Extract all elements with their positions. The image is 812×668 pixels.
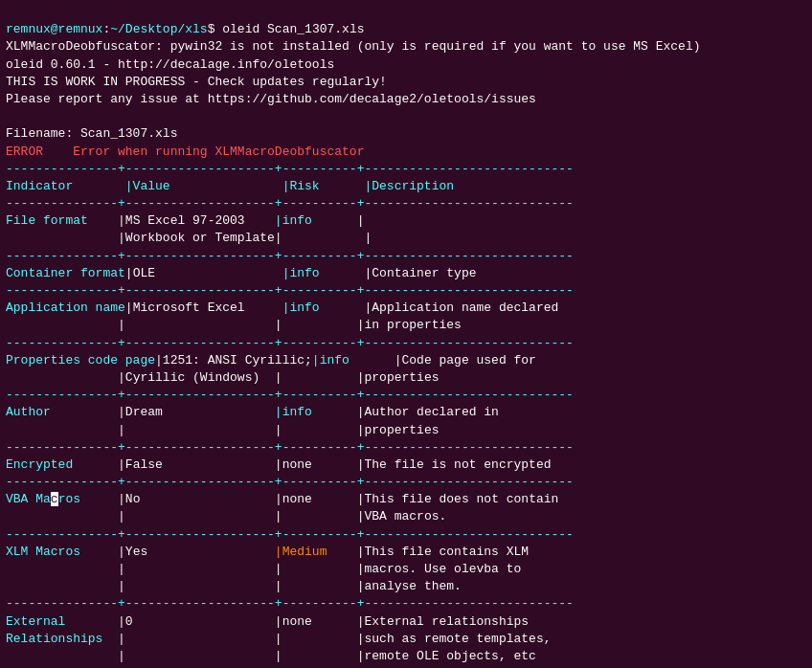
separator-4: ---------------+--------------------+---…	[6, 388, 574, 402]
error-line: ERROR Error when running XLMMacroDeobfus…	[6, 145, 364, 159]
row-container-format: Container format|OLE |info |Container ty…	[6, 266, 477, 280]
separator-8: ---------------+--------------------+---…	[6, 596, 574, 611]
warn-line-1: XLMMacroDeobfuscator: pywin32 is not ins…	[6, 39, 701, 54]
separator-5: ---------------+--------------------+---…	[6, 440, 574, 455]
prompt-line: remnux@remnux:~/Desktop/xls$ oleid Scan_…	[6, 22, 365, 36]
row-xlm-macros-3: | | |analyse them.	[6, 579, 462, 593]
row-ext-rel-3: | | |remote OLE objects, etc	[6, 649, 536, 663]
prompt-path: ~/Desktop/xls	[110, 22, 207, 36]
row-app-name: Application name|Microsoft Excel |info |…	[6, 301, 558, 315]
separator-1: ---------------+--------------------+---…	[6, 249, 574, 263]
row-file-format: File format |MS Excel 97-2003 |info |	[6, 213, 365, 228]
row-vba-macros: VBA Macros |No |none |This file does not…	[6, 492, 558, 506]
row-ext-rel-2: Relationships | | |such as remote templa…	[6, 632, 552, 646]
row-xlm-macros: XLM Macros |Yes |Medium |This file conta…	[6, 545, 529, 559]
prompt-dollar: $	[208, 22, 223, 36]
row-author: Author |Dream |info |Author declared in	[6, 405, 499, 419]
row-xlm-macros-2: | | |macros. Use olevba to	[6, 562, 521, 576]
separator-3: ---------------+--------------------+---…	[6, 336, 574, 350]
row-code-page-2: |Cyrillic (Windows) | |properties	[6, 370, 440, 385]
separator-7: ---------------+--------------------+---…	[6, 527, 574, 542]
row-app-name-2: | | |in properties	[6, 318, 462, 332]
command-text: oleid Scan_1307.xls	[222, 22, 364, 36]
row-encrypted: Encrypted |False |none |The file is not …	[6, 457, 552, 472]
separator-header: ---------------+--------------------+---…	[6, 196, 574, 211]
row-author-2: | | |properties	[6, 423, 440, 437]
prompt-user: remnux@remnux	[6, 22, 102, 36]
row-ext-rel: External |0 |none |External relationship…	[6, 614, 529, 629]
separator-6: ---------------+--------------------+---…	[6, 475, 574, 489]
info-line-1: oleid 0.60.1 - http://decalage.info/olet…	[6, 57, 334, 72]
separator-top: ---------------+--------------------+---…	[6, 162, 574, 176]
info-line-2: THIS IS WORK IN PROGRESS - Check updates…	[6, 75, 387, 89]
row-code-page: Properties code page|1251: ANSI Cyrillic…	[6, 353, 536, 367]
row-file-format-2: |Workbook or Template| |	[6, 231, 372, 245]
row-vba-macros-2: | | |VBA macros.	[6, 509, 446, 523]
info-line-3: Please report any issue at https://githu…	[6, 92, 536, 106]
filename-line: Filename: Scan_1307.xls	[6, 126, 177, 141]
separator-2: ---------------+--------------------+---…	[6, 283, 574, 298]
table-header: Indicator |Value |Risk |Description	[6, 179, 454, 193]
terminal-window: remnux@remnux:~/Desktop/xls$ oleid Scan_…	[0, 0, 812, 668]
